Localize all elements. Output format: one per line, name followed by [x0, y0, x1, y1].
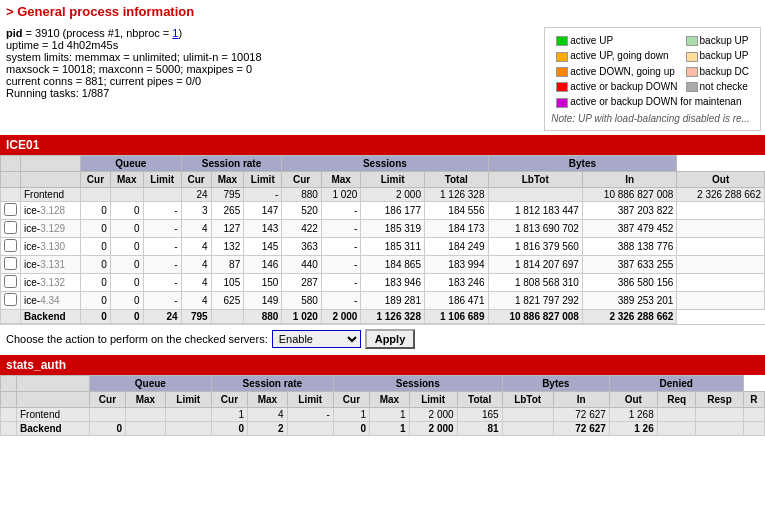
th-s-lbtot: LbTot	[488, 171, 582, 187]
server-checkbox[interactable]	[4, 203, 17, 216]
legend-note: Note: UP with load-balancing disabled is…	[551, 111, 754, 126]
legend-backup-down-icon	[686, 67, 698, 77]
th2-b-out: Out	[609, 391, 657, 407]
stats-auth-table: Queue Session rate Sessions Bytes Denied…	[0, 375, 765, 436]
legend-active-up-going-down-label: active UP, going down	[570, 50, 668, 61]
server-name: ice-3.130	[21, 237, 81, 255]
th-b-in: In	[582, 171, 676, 187]
maxsock-info: maxsock = 10018; maxconn = 5000; maxpipe…	[6, 63, 534, 75]
table-row: ice-4.34 00- 4625149 580-189 281 186 471…	[1, 291, 765, 309]
th-queue: Queue	[81, 155, 182, 171]
stats-backend-name: Backend	[17, 421, 90, 435]
legend-active-up-icon	[556, 36, 568, 46]
legend-not-checked-label: not checke	[700, 81, 748, 92]
th-name	[21, 155, 81, 171]
th2-s-max: Max	[370, 391, 410, 407]
legend-active-up-label: active UP	[570, 35, 613, 46]
server-checkbox[interactable]	[4, 293, 17, 306]
th-name-sub	[21, 171, 81, 187]
server-checkbox[interactable]	[4, 257, 17, 270]
th2-d-r: R	[743, 391, 764, 407]
legend-backup-up2-icon	[686, 52, 698, 62]
server-name: ice-3.129	[21, 219, 81, 237]
th-sr-lim: Limit	[244, 171, 282, 187]
apply-button[interactable]: Apply	[365, 329, 416, 349]
th2-sr-lim: Limit	[287, 391, 333, 407]
server-checkbox[interactable]	[4, 239, 17, 252]
table-row: ice-3.130 00- 4132145 363-185 311 184 24…	[1, 237, 765, 255]
legend-active-up-going-down-icon	[556, 52, 568, 62]
table-row: ice-3.132 00- 4105150 287-183 946 183 24…	[1, 273, 765, 291]
server-name: ice-3.131	[21, 255, 81, 273]
th2-sr-cur: Cur	[211, 391, 247, 407]
legend-backup-up-icon	[686, 36, 698, 46]
server-checkbox[interactable]	[4, 275, 17, 288]
th-sessions: Sessions	[282, 155, 488, 171]
th-s-max: Max	[321, 171, 361, 187]
action-label: Choose the action to perform on the chec…	[6, 333, 268, 345]
legend-backup-up-label: backup UP	[700, 35, 749, 46]
server-name: ice-3.128	[21, 201, 81, 219]
tasks-info: Running tasks: 1/887	[6, 87, 534, 99]
legend-panel: active UP backup UP active UP, going dow…	[544, 27, 761, 131]
server-name: ice-4.34	[21, 291, 81, 309]
th2-session-rate: Session rate	[211, 375, 333, 391]
th2-name	[17, 375, 90, 391]
th2-s-lbtot: LbTot	[502, 391, 553, 407]
server-name: ice-3.132	[21, 273, 81, 291]
legend-active-or-backup-down-icon	[556, 82, 568, 92]
th2-q-max: Max	[126, 391, 166, 407]
table-row: ice-3.128 00- 3265147 520-186 177 184 55…	[1, 201, 765, 219]
th2-bytes: Bytes	[502, 375, 609, 391]
th-s-cur: Cur	[282, 171, 322, 187]
legend-active-down-going-up-icon	[556, 67, 568, 77]
stats-auth-backend-row: Backend 0 02 012 000 81 72 6271 26	[1, 421, 765, 435]
th2-denied: Denied	[609, 375, 743, 391]
legend-backup-down-label: backup DC	[700, 66, 749, 77]
action-select[interactable]: Enable Disable Maintenance Ready Drain	[272, 330, 361, 348]
th2-checkbox	[1, 375, 17, 391]
th-s-lim: Limit	[361, 171, 425, 187]
stats-auth-frontend-row: Frontend 14- 112 000 165 72 6271 268	[1, 407, 765, 421]
th2-b-in: In	[553, 391, 609, 407]
system-limits-info: system limits: memmax = unlimited; ulimi…	[6, 51, 534, 63]
th2-name-sub	[17, 391, 90, 407]
ice01-frontend-row: Frontend 24795- 8801 0202 000 1 126 328 …	[1, 187, 765, 201]
server-checkbox[interactable]	[4, 221, 17, 234]
conns-info: current conns = 881; current pipes = 0/0	[6, 75, 534, 87]
th-sr-cur: Cur	[181, 171, 211, 187]
th2-sr-max: Max	[248, 391, 288, 407]
th2-s-total: Total	[457, 391, 502, 407]
th-s-total: Total	[424, 171, 488, 187]
table-row: ice-3.131 00- 487146 440-184 865 183 994…	[1, 255, 765, 273]
th-q-lim: Limit	[143, 171, 181, 187]
legend-active-down-going-up-label: active DOWN, going up	[570, 66, 675, 77]
legend-maintenance-icon	[556, 98, 568, 108]
th2-check-sub	[1, 391, 17, 407]
stats-frontend-name: Frontend	[17, 407, 90, 421]
th-checkbox	[1, 155, 21, 171]
th-sr-max: Max	[211, 171, 244, 187]
th2-q-lim: Limit	[165, 391, 211, 407]
th2-d-resp: Resp	[696, 391, 743, 407]
th2-queue: Queue	[89, 375, 211, 391]
th2-q-cur: Cur	[89, 391, 125, 407]
th-check-sub	[1, 171, 21, 187]
th-q-cur: Cur	[81, 171, 111, 187]
ice01-backend-row: Backend 0024 795880 1 0202 0001 126 328 …	[1, 309, 765, 323]
th2-s-cur: Cur	[333, 391, 369, 407]
frontend-name: Frontend	[21, 187, 81, 201]
pid-info: pid = 3910 (process #1, nbproc = 1)	[6, 27, 534, 39]
backend-name: Backend	[21, 309, 81, 323]
table-row: ice-3.129 00- 4127143 422-185 319 184 17…	[1, 219, 765, 237]
legend-not-checked-icon	[686, 82, 698, 92]
page-title: > General process information	[0, 0, 765, 23]
legend-maintenance-label: active or backup DOWN for maintenan	[570, 96, 741, 107]
action-row: Choose the action to perform on the chec…	[0, 324, 765, 353]
legend-active-or-backup-down-label: active or backup DOWN	[570, 81, 677, 92]
ice01-table: Queue Session rate Sessions Bytes Cur Ma…	[0, 155, 765, 324]
th-q-max: Max	[110, 171, 143, 187]
th2-d-req: Req	[657, 391, 696, 407]
th2-s-lim: Limit	[409, 391, 457, 407]
ice01-section-header: ICE01	[0, 135, 765, 155]
